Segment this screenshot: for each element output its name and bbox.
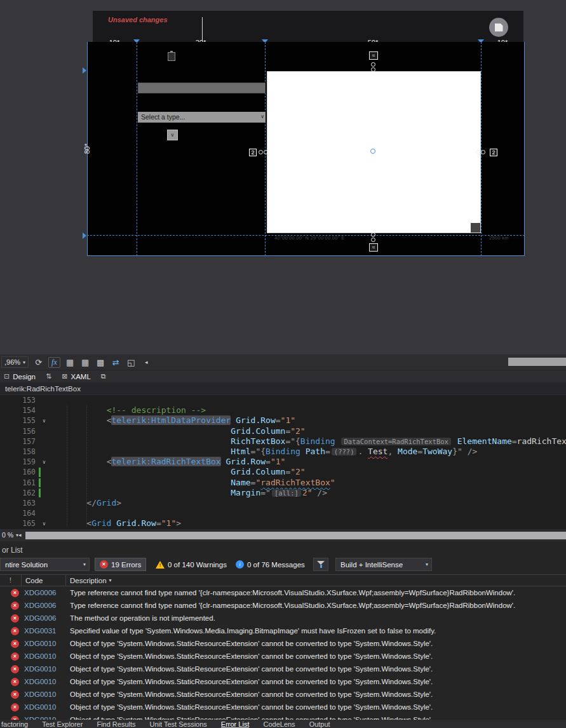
fold-chevron-icon[interactable]: ∨ (43, 416, 46, 426)
code-line[interactable]: 159∨ <telerik:RadRichTextBox Grid.Row="1… (0, 457, 566, 467)
description-column-header[interactable]: Description ▾ (66, 575, 566, 586)
designer-toolbar: ,96% ▾ ⟳ fx ▦ ▦ ▩ ⇄ ◱ ◂ (0, 354, 566, 370)
code-text: <telerik:HtmlDataProvider Grid.Row="1" (67, 415, 295, 426)
panel-tab-unit-test-sessions[interactable]: Unit Test Sessions (150, 720, 207, 728)
error-code-link[interactable]: XDG0006 (24, 589, 65, 597)
code-line[interactable]: 165∨ <Grid Grid.Row="1"> (0, 518, 566, 529)
row-grip[interactable] (83, 233, 86, 239)
panel-tab-find-results[interactable]: Find Results (97, 720, 135, 728)
error-code-link[interactable]: XDG0010 (24, 691, 65, 698)
save-overlay-button[interactable] (489, 18, 508, 37)
code-line[interactable]: 157 RichTextBox="{Binding DataContext=Ra… (0, 436, 566, 447)
right-margin-badge[interactable]: 2 (490, 149, 497, 156)
error-code-link[interactable]: XDG0010 (24, 640, 65, 647)
error-row[interactable]: ×XDG0010Object of type 'System.Windows.S… (0, 701, 566, 713)
panel-tab-test-explorer[interactable]: Test Explorer (42, 720, 83, 728)
breadcrumb[interactable]: telerik:RadRichTextBox (0, 382, 566, 395)
editor-hscrollbar[interactable] (25, 532, 566, 539)
scroll-left-icon[interactable]: ◂ (18, 532, 22, 538)
error-code-link[interactable]: XDG0006 (24, 614, 65, 622)
top-auto-size-adorner[interactable]: ≈ (369, 51, 378, 60)
grid-snap-toggle-icon[interactable]: ▩ (95, 358, 106, 367)
code-line[interactable]: 156 Grid.Column="2" (0, 426, 566, 436)
left-anchor-chain-icon[interactable] (259, 150, 268, 154)
resize-grip[interactable] (471, 223, 480, 233)
error-list-toolbar: ntire Solution ▾ × 19 Errors ! 0 of 140 … (0, 558, 566, 573)
row-grip[interactable] (83, 67, 86, 74)
center-handle[interactable] (370, 149, 375, 154)
right-anchor-chain-icon[interactable] (476, 150, 485, 154)
save-icon (495, 24, 503, 32)
left-margin-badge[interactable]: 2 (249, 149, 257, 156)
swap-panes-icon[interactable]: ⇅ (46, 372, 51, 381)
messages-toggle-button[interactable]: i 0 of 76 Messages (231, 558, 309, 571)
editor-zoom-combo[interactable]: 0 % ▾ (2, 531, 18, 539)
combobox-placeholder: Select a type... (141, 113, 185, 121)
code-line[interactable]: 154 <!-- description --> (0, 405, 566, 415)
code-line[interactable]: 158 Html="{Binding Path=(???). Test, Mod… (0, 447, 566, 457)
messages-count-label: 0 of 76 Messages (247, 561, 305, 569)
code-line[interactable]: 160 Grid.Column="2" (0, 467, 566, 477)
designed-combobox[interactable]: Select a type... ∨ (138, 112, 266, 123)
code-line[interactable]: 162 Margin="[all:]2" /> (0, 488, 566, 498)
bottom-auto-size-adorner[interactable]: ≈ (369, 243, 378, 252)
warnings-toggle-button[interactable]: ! 0 of 140 Warnings (151, 558, 231, 571)
top-anchor-chain-icon[interactable] (371, 62, 375, 72)
error-row[interactable]: ×XDG0010Object of type 'System.Windows.S… (0, 663, 566, 675)
error-icon: × (11, 678, 19, 686)
bottom-anchor-chain-icon[interactable] (371, 233, 375, 242)
grid-row-size-label[interactable]: 80* (83, 139, 91, 158)
designed-dropdown-button[interactable]: ∨ (167, 130, 178, 140)
code-line[interactable]: 153 (0, 395, 566, 405)
refresh-icon[interactable]: ⟳ (33, 358, 44, 367)
error-row[interactable]: ×XDG0006Type reference cannot find type … (0, 586, 566, 599)
show-grid-icon[interactable]: ▦ (65, 358, 76, 367)
severity-column-header[interactable]: ! (0, 575, 22, 586)
filter-button[interactable] (313, 558, 328, 571)
error-row[interactable]: ×XDG0010Object of type 'System.Windows.S… (0, 637, 566, 650)
error-row[interactable]: ×XDG0010Object of type 'System.Windows.S… (0, 650, 566, 663)
source-filter-value: Build + IntelliSense (340, 561, 403, 569)
code-line[interactable]: 161 Name="radRichTextBox" (0, 478, 566, 488)
panel-tab-error-list[interactable]: Error List (221, 720, 250, 728)
error-row[interactable]: ×XDG0010Object of type 'System.Windows.S… (0, 688, 566, 701)
code-column-header[interactable]: Code (22, 575, 66, 586)
tab-design[interactable]: ⊡ Design (4, 372, 36, 381)
artboard-bounds-icon[interactable]: ◱ (126, 358, 137, 367)
error-code-link[interactable]: XDG0010 (24, 665, 65, 673)
errors-toggle-button[interactable]: × 19 Errors (95, 558, 146, 571)
panel-tab-output[interactable]: Output (309, 720, 330, 728)
designed-textbox[interactable] (138, 83, 266, 93)
panel-tab-factoring[interactable]: factoring (1, 720, 28, 728)
source-filter-dropdown[interactable]: Build + IntelliSense ▾ (335, 558, 432, 571)
popout-icon[interactable]: ⧉ (101, 372, 106, 381)
error-row[interactable]: ×XDG0010Object of type 'System.Windows.S… (0, 675, 566, 688)
error-code-link[interactable]: XDG0010 (24, 652, 65, 660)
error-code-link[interactable]: XDG0010 (24, 678, 65, 685)
code-line[interactable]: 155∨ <telerik:HtmlDataProvider Grid.Row=… (0, 415, 566, 426)
effects-button[interactable]: fx (48, 357, 60, 368)
error-code-link[interactable]: XDG0006 (24, 602, 65, 609)
snaplines-icon[interactable]: ⇄ (111, 358, 121, 367)
error-code-link[interactable]: XDG0010 (24, 703, 65, 711)
panel-tab-codelens[interactable]: CodeLens (263, 720, 295, 728)
error-code-link[interactable]: XDG0031 (24, 627, 65, 635)
scope-filter-value: ntire Solution (5, 561, 48, 569)
code-line[interactable]: 164 (0, 508, 566, 518)
error-row[interactable]: ×XDG0031Specified value of type 'System.… (0, 624, 566, 637)
error-row[interactable]: ×XDG0006Type reference cannot find type … (0, 599, 566, 612)
collapse-left-icon[interactable]: ◂ (141, 359, 152, 365)
tab-xaml[interactable]: ⊠ XAML (62, 372, 91, 381)
xaml-editor[interactable]: 153154 <!-- description -->155∨ <telerik… (0, 395, 566, 529)
snap-grid-icon[interactable]: ▦ (80, 358, 91, 367)
error-description: Type reference cannot find type named '{… (70, 602, 515, 609)
fold-chevron-icon[interactable]: ∨ (43, 457, 46, 468)
change-indicator (39, 489, 41, 497)
design-canvas[interactable]: 80* Select a type... ∨ ∨ ≈ ≈ 2 2 (87, 42, 525, 256)
code-line[interactable]: 163 </Grid> (0, 498, 566, 508)
designer-zoom-combo[interactable]: ,96% ▾ (1, 356, 29, 368)
designer-hscrollbar[interactable] (508, 358, 566, 366)
scope-filter-dropdown[interactable]: ntire Solution ▾ (0, 558, 90, 571)
fold-chevron-icon[interactable]: ∨ (43, 519, 46, 529)
error-row[interactable]: ×XDG0006The method or operation is not i… (0, 612, 566, 624)
